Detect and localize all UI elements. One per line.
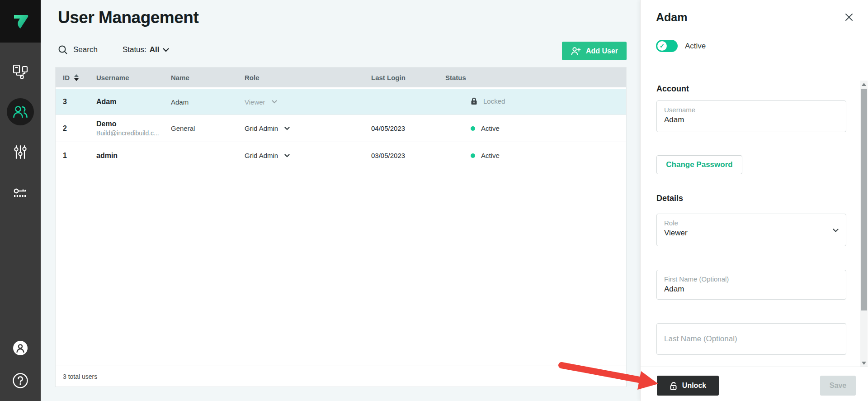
username-field-label: Username (664, 106, 839, 114)
panel-scroll-area: Account Username Adam Change Password De… (641, 81, 868, 367)
cell-username: Demo Build@incredibuild.c... (89, 120, 164, 137)
sidebar-item-help[interactable] (0, 372, 41, 389)
status-filter-value: All (150, 45, 160, 54)
save-button[interactable]: Save (820, 376, 856, 396)
change-password-button[interactable]: Change Password (656, 155, 742, 174)
toolbar: Search Status: All (58, 41, 169, 59)
cell-id: 1 (56, 152, 89, 160)
role-value: Grid Admin (245, 152, 278, 159)
cell-email: Build@incredibuild.c... (96, 129, 164, 137)
help-icon (12, 372, 28, 389)
role-value: Grid Admin (245, 124, 278, 132)
account-section-heading: Account (656, 84, 689, 94)
incredibuild-logo-icon (10, 11, 30, 31)
cell-username: admin (89, 152, 164, 160)
add-user-button[interactable]: Add User (562, 42, 627, 60)
panel-footer-divider (641, 367, 868, 367)
sidebar-item-builds[interactable] (0, 64, 41, 79)
column-header-name[interactable]: Name (164, 74, 237, 81)
cell-name: Adam (164, 98, 237, 106)
first-name-field[interactable]: First Name (Optional) Adam (656, 270, 846, 300)
role-select[interactable]: Grid Admin (245, 124, 290, 132)
role-select[interactable]: Grid Admin (245, 152, 290, 159)
total-users-count: 3 total users (63, 373, 97, 380)
license-key-icon (12, 186, 28, 202)
column-header-username[interactable]: Username (89, 74, 164, 81)
column-header-status[interactable]: Status (438, 74, 626, 81)
main-content: User Management Search Status: All Add U… (41, 0, 640, 401)
table-header-row: ID Username Name Role Last Login Status (56, 67, 626, 87)
username-field[interactable]: Username Adam (656, 100, 846, 132)
search-icon (58, 45, 68, 55)
cell-role: Grid Admin (237, 152, 364, 159)
lock-icon (471, 97, 477, 105)
users-icon (12, 104, 28, 119)
column-header-last-login[interactable]: Last Login (364, 74, 438, 81)
search-placeholder: Search (73, 45, 98, 54)
cell-role: Viewer (237, 98, 364, 106)
last-name-field[interactable]: Last Name (Optional) (656, 323, 846, 355)
table-row[interactable]: 3 Adam Adam Viewer (56, 89, 626, 115)
chevron-down-icon (272, 100, 277, 104)
user-table: ID Username Name Role Last Login Status … (55, 67, 627, 387)
scroll-up-icon[interactable] (860, 81, 868, 88)
table-row[interactable]: 2 Demo Build@incredibuild.c... General G… (56, 115, 626, 142)
status-badge: Active (481, 124, 500, 132)
cell-id: 3 (56, 98, 89, 106)
active-nav-highlight (7, 98, 34, 125)
unlock-button[interactable]: Unlock (657, 376, 719, 396)
column-header-role[interactable]: Role (237, 74, 364, 81)
active-toggle[interactable]: ✓ (656, 40, 678, 52)
role-field-value: Viewer (664, 229, 839, 238)
user-detail-panel: Adam ✓ Active Account Username Adam Chan… (640, 0, 868, 401)
search-input[interactable]: Search (58, 45, 98, 55)
sidebar-item-license[interactable] (0, 186, 41, 202)
status-badge: Locked (483, 97, 505, 105)
app-logo[interactable] (0, 0, 41, 43)
add-user-icon (571, 47, 581, 56)
page-title: User Management (58, 8, 198, 27)
unlock-label: Unlock (682, 382, 706, 390)
cell-name: General (164, 124, 237, 132)
sidebar-item-settings[interactable] (0, 144, 41, 160)
scrollbar-thumb[interactable] (861, 89, 867, 310)
sort-icon[interactable] (74, 74, 79, 81)
cell-last-login: 04/05/2023 (364, 124, 438, 132)
first-name-label: First Name (Optional) (664, 275, 839, 283)
status-dot-icon (471, 153, 475, 158)
active-toggle-row: ✓ Active (656, 40, 706, 52)
table-footer: 3 total users (56, 366, 626, 387)
sidebar-item-users[interactable] (0, 98, 41, 125)
sidebar (0, 0, 41, 401)
column-header-id[interactable]: ID (56, 74, 89, 81)
table-row[interactable]: 1 admin Grid Admin 03/05/2023 (56, 142, 626, 169)
toggle-label: Active (685, 42, 706, 51)
unlock-icon (670, 382, 677, 390)
role-select[interactable]: Viewer (245, 98, 277, 106)
cell-username: Adam (89, 98, 164, 106)
settings-sliders-icon (13, 144, 28, 160)
sidebar-item-profile[interactable] (0, 340, 41, 356)
status-dot-icon (471, 126, 475, 131)
details-section-heading: Details (656, 194, 683, 203)
status-badge: Active (481, 152, 500, 159)
status-cell: Locked (438, 97, 626, 106)
status-filter-label: Status: (123, 45, 146, 54)
status-filter-dropdown[interactable]: Status: All (123, 45, 169, 54)
chevron-down-icon (284, 127, 290, 130)
role-value: Viewer (245, 98, 265, 106)
chevron-down-icon (284, 154, 290, 158)
first-name-value: Adam (664, 285, 839, 294)
scroll-down-icon[interactable] (860, 359, 868, 367)
cell-role: Grid Admin (237, 124, 364, 132)
toggle-check-icon: ✓ (657, 41, 667, 51)
role-dropdown[interactable]: Role Viewer (656, 214, 846, 246)
panel-scrollbar[interactable] (860, 81, 868, 367)
build-grid-icon (12, 64, 28, 79)
cell-last-login: 03/05/2023 (364, 152, 438, 159)
close-icon (844, 13, 854, 22)
close-panel-button[interactable] (844, 13, 854, 22)
chevron-down-icon (163, 48, 169, 52)
status-cell: Active (438, 152, 626, 160)
profile-icon (13, 340, 28, 356)
